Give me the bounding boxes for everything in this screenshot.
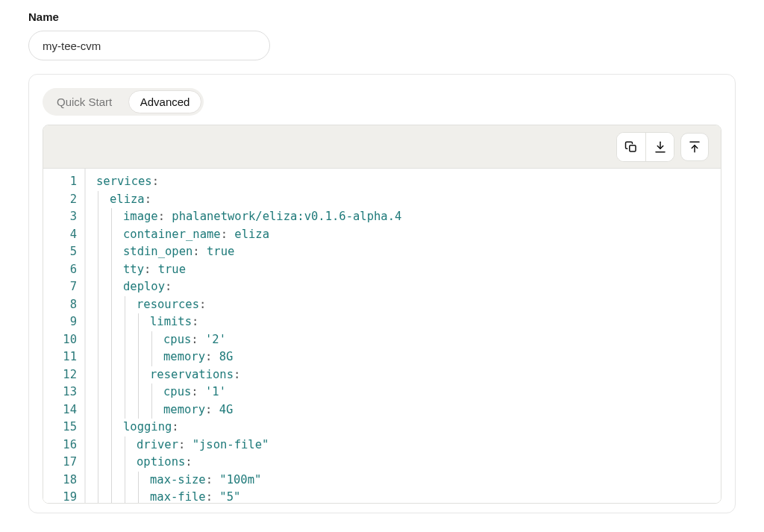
download-button[interactable] (645, 133, 674, 161)
code-line: stdin_open: true (96, 243, 713, 261)
line-number: 1 (43, 173, 77, 191)
name-input[interactable] (28, 31, 270, 60)
line-number: 11 (43, 348, 77, 366)
line-number: 5 (43, 243, 77, 261)
line-number: 15 (43, 419, 77, 436)
line-gutter: 12345678910111213141516171819 (43, 169, 85, 503)
svg-rect-0 (630, 145, 636, 151)
line-number: 12 (43, 366, 77, 384)
tab-quick-start[interactable]: Quick Start (45, 90, 124, 113)
code-line: driver: "json-file" (96, 436, 713, 454)
tabs: Quick Start Advanced (43, 88, 204, 116)
code-line: deploy: (96, 278, 713, 296)
code-line: max-size: "100m" (96, 472, 713, 489)
upload-icon (688, 140, 701, 154)
code-line: container_name: eliza (96, 226, 713, 244)
code-line: reservations: (96, 366, 713, 384)
editor-button-group (616, 132, 674, 162)
tab-advanced[interactable]: Advanced (128, 90, 201, 113)
line-number: 19 (43, 489, 77, 503)
line-number: 8 (43, 296, 77, 314)
download-icon (654, 140, 667, 154)
line-number: 14 (43, 401, 77, 419)
code-line: logging: (96, 419, 713, 436)
code-line: max-file: "5" (96, 489, 713, 503)
config-panel: Quick Start Advanced (28, 74, 736, 513)
name-label: Name (28, 10, 736, 23)
code-line: memory: 4G (96, 401, 713, 419)
code-editor: 12345678910111213141516171819 services:e… (43, 125, 721, 504)
upload-button[interactable] (680, 133, 709, 161)
code-area[interactable]: 12345678910111213141516171819 services:e… (43, 169, 721, 503)
editor-toolbar (43, 125, 721, 169)
line-number: 13 (43, 384, 77, 401)
line-number: 10 (43, 331, 77, 349)
line-number: 16 (43, 436, 77, 454)
code-line: options: (96, 454, 713, 472)
code-line: services: (96, 173, 713, 191)
code-line: limits: (96, 313, 713, 331)
code-line: resources: (96, 296, 713, 314)
code-line: memory: 8G (96, 348, 713, 366)
line-number: 7 (43, 278, 77, 296)
copy-icon (624, 140, 638, 154)
line-number: 6 (43, 261, 77, 279)
line-number: 17 (43, 454, 77, 472)
copy-button[interactable] (617, 133, 645, 161)
code-line: image: phalanetwork/eliza:v0.1.6-alpha.4 (96, 208, 713, 226)
code-line: tty: true (96, 261, 713, 279)
code-line: cpus: '2' (96, 331, 713, 349)
code-line: eliza: (96, 191, 713, 209)
line-number: 18 (43, 472, 77, 489)
line-number: 9 (43, 313, 77, 331)
code-content[interactable]: services:eliza:image: phalanetwork/eliza… (85, 169, 721, 503)
code-line: cpus: '1' (96, 384, 713, 401)
line-number: 3 (43, 208, 77, 226)
line-number: 4 (43, 226, 77, 244)
line-number: 2 (43, 191, 77, 209)
